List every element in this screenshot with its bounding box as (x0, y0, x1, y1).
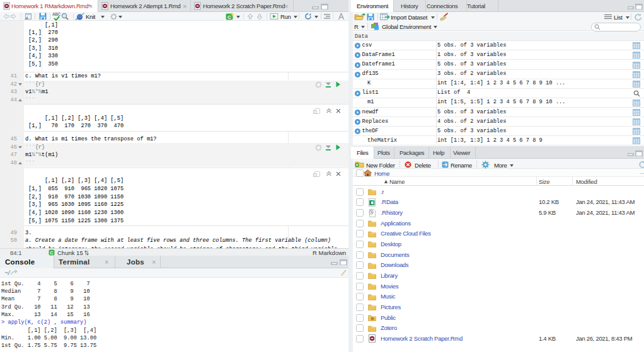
svg-text:C: C (227, 14, 231, 20)
svg-text:C: C (50, 250, 54, 256)
